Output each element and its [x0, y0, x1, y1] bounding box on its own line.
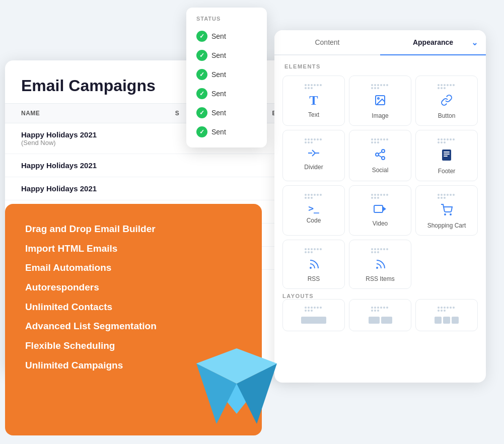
element-label: RSS Items	[366, 275, 394, 282]
status-label: Sent	[211, 51, 226, 59]
editor-panel: Content Appearance ⌄ ELEMENTS T Text	[274, 30, 486, 383]
row-name: Happy Holidays 2021	[21, 161, 175, 170]
element-label: Video	[373, 220, 388, 227]
table-row[interactable]: Happy Holidays 2021 (Send Now) ec 22, 2	[5, 123, 317, 154]
dots-decoration	[305, 194, 323, 199]
row-name: Happy Holidays 2021	[21, 184, 175, 193]
table-row[interactable]: Happy Holidays 2021 ec 22, 2	[5, 177, 317, 200]
row-name: Happy Holidays 2021 (Send Now)	[21, 130, 175, 146]
element-label: Button	[438, 112, 456, 119]
svg-point-18	[450, 214, 451, 215]
feature-item: Autoresponders	[25, 281, 242, 294]
divider-icon	[307, 149, 320, 160]
element-footer[interactable]: Footer	[415, 130, 478, 181]
layout-preview	[369, 317, 392, 324]
element-label: Shopping Cart	[427, 222, 466, 229]
feature-item: Email Automations	[25, 262, 242, 274]
dots-decoration	[371, 138, 389, 143]
layout-2col[interactable]	[349, 299, 411, 331]
envelope-decoration	[186, 333, 287, 434]
element-shopping-cart[interactable]: Shopping Cart	[415, 185, 478, 236]
svg-point-6	[382, 150, 385, 153]
button-icon	[441, 94, 453, 108]
tab-content[interactable]: Content	[274, 30, 380, 54]
element-label: Social	[372, 167, 389, 174]
col-name-header: NAME	[21, 110, 175, 117]
status-item[interactable]: Sent	[186, 103, 267, 122]
status-popup-header: STATUS	[186, 14, 267, 27]
dots-decoration	[371, 194, 389, 199]
svg-rect-13	[444, 154, 450, 155]
status-check-icon	[196, 88, 207, 99]
editor-tabs: Content Appearance ⌄	[274, 30, 486, 55]
layouts-section-label: LAYOUTS	[274, 289, 486, 299]
svg-rect-15	[374, 205, 383, 212]
status-item[interactable]: Sent	[186, 65, 267, 84]
element-code[interactable]: >_ Code	[282, 185, 345, 236]
svg-line-9	[379, 156, 382, 158]
status-item[interactable]: Sent	[186, 84, 267, 103]
campaign-name: Happy Holidays 2021	[21, 161, 175, 170]
dots-decoration	[305, 307, 323, 312]
status-label: Sent	[211, 70, 226, 79]
campaign-name: Happy Holidays 2021	[21, 130, 175, 139]
shopping-cart-icon	[441, 204, 453, 218]
dots-decoration	[371, 84, 389, 89]
svg-point-1	[378, 98, 379, 99]
svg-line-10	[379, 152, 382, 154]
layout-1col[interactable]	[282, 299, 345, 331]
element-label: Text	[308, 111, 319, 118]
rss-items-icon	[375, 258, 386, 271]
element-button[interactable]: Button	[415, 76, 478, 126]
status-item[interactable]: Sent	[186, 27, 267, 46]
status-popup: STATUS Sent Sent Sent Sent Sent Sent	[186, 8, 267, 147]
element-label: Footer	[438, 168, 456, 175]
element-rss[interactable]: RSS	[282, 240, 345, 289]
element-label: RSS	[308, 275, 320, 282]
svg-line-4	[312, 150, 315, 153]
layout-3col[interactable]	[415, 299, 478, 331]
status-check-icon	[196, 107, 207, 118]
dots-decoration	[438, 138, 456, 143]
dots-decoration	[305, 138, 323, 143]
rss-icon	[308, 258, 319, 271]
element-video[interactable]: Video	[349, 185, 411, 236]
svg-point-17	[445, 214, 446, 215]
table-row[interactable]: Happy Holidays 2021 ec 22, 2	[5, 154, 317, 177]
tab-appearance[interactable]: Appearance ⌄	[380, 30, 486, 54]
feature-item: Advanced List Segmentation	[25, 320, 242, 333]
element-text[interactable]: T Text	[282, 76, 345, 126]
status-label: Sent	[211, 32, 226, 40]
svg-point-8	[382, 157, 385, 160]
svg-rect-11	[442, 150, 451, 161]
svg-line-5	[312, 153, 315, 156]
layout-preview	[435, 317, 459, 324]
text-icon: T	[309, 94, 318, 107]
elements-grid: T Text Image	[274, 76, 486, 289]
status-item[interactable]: Sent	[186, 122, 267, 141]
element-rss-items[interactable]: RSS Items	[349, 240, 411, 289]
status-item[interactable]: Sent	[186, 46, 267, 65]
layout-preview	[301, 317, 326, 324]
status-label: Sent	[211, 90, 226, 98]
video-icon	[374, 204, 387, 216]
feature-item: Unlimited Contacts	[25, 301, 242, 314]
code-icon: >_	[308, 204, 319, 213]
element-divider[interactable]: Divider	[282, 130, 345, 181]
svg-point-20	[377, 267, 378, 268]
social-icon	[374, 149, 386, 163]
element-label: Code	[307, 217, 321, 224]
element-label: Image	[372, 112, 388, 119]
dots-decoration	[371, 248, 389, 253]
element-image[interactable]: Image	[349, 76, 411, 126]
dots-decoration	[305, 248, 323, 253]
element-social[interactable]: Social	[349, 130, 411, 181]
layouts-grid	[274, 299, 486, 339]
campaign-sub: (Send Now)	[21, 139, 175, 146]
svg-point-19	[310, 267, 311, 268]
svg-point-7	[376, 153, 379, 156]
table-header: NAME S ECUTION	[5, 103, 317, 123]
campaign-name: Happy Holidays 2021	[21, 184, 175, 193]
status-check-icon	[196, 50, 207, 61]
feature-item: Import HTML Emails	[25, 243, 242, 255]
